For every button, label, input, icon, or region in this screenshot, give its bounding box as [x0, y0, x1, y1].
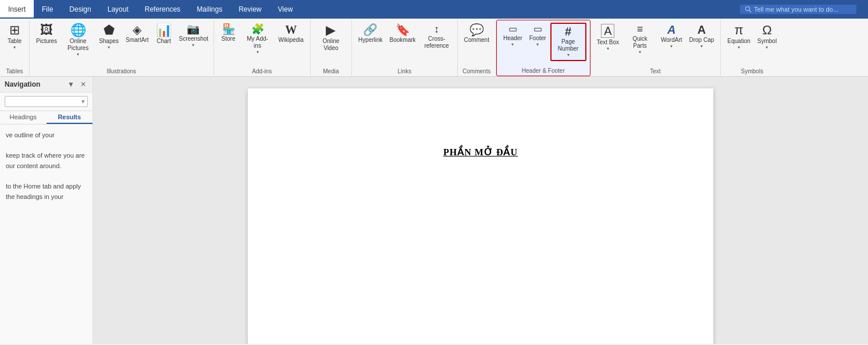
page-number-label: Page Number [554, 38, 582, 52]
my-addins-label: My Add-ins [244, 35, 272, 49]
tab-design[interactable]: Design [61, 0, 99, 19]
online-pictures-label: Online Pictures [64, 38, 92, 52]
cross-reference-label: Cross-reference [423, 35, 451, 49]
sidebar-tab-results[interactable]: Results [47, 111, 93, 124]
chart-button[interactable]: 📊 Chart [153, 22, 175, 47]
symbol-icon: Ω [762, 24, 771, 37]
hyperlink-icon: 🔗 [363, 24, 378, 35]
symbol-label: Symbol [757, 38, 777, 45]
shapes-button[interactable]: ⬟ Shapes ▾ [96, 22, 122, 52]
footer-button[interactable]: ▭ Footer ▾ [527, 23, 549, 49]
tab-view[interactable]: View [270, 0, 301, 19]
search-bar: Tell me what you want to do... [740, 0, 856, 19]
text-group-label: Text [590, 68, 721, 74]
wikipedia-button[interactable]: W Wikipedia [276, 22, 307, 45]
smartart-label: SmartArt [126, 37, 148, 44]
header-button[interactable]: ▭ Header ▾ [500, 23, 525, 49]
sidebar-title: Navigation [5, 80, 66, 88]
quick-parts-dd: ▾ [639, 49, 641, 55]
equation-button[interactable]: π Equation ▾ [724, 22, 753, 52]
online-pictures-button[interactable]: 🌐 Online Pictures ▾ [61, 22, 95, 59]
sidebar-close-button[interactable]: ✕ [79, 80, 88, 88]
sidebar-controls: ▼ ✕ [66, 80, 88, 88]
online-video-button[interactable]: ▶ Online Video [314, 22, 348, 54]
tab-insert[interactable]: Insert [0, 0, 34, 19]
wordart-label: WordArt [661, 37, 682, 44]
tab-review[interactable]: Review [230, 0, 269, 19]
screenshot-button[interactable]: 📷 Screenshot ▾ [176, 22, 210, 50]
sidebar-search: ▾ [0, 93, 93, 111]
page-number-button[interactable]: # Page Number ▾ [550, 23, 586, 61]
hyperlink-button[interactable]: 🔗 Hyperlink [355, 22, 386, 45]
document-page: PHẦN MỞ ĐẦU [248, 88, 713, 344]
store-label: Store [222, 35, 236, 42]
tab-references[interactable]: References [137, 0, 188, 19]
bookmark-button[interactable]: 🔖 Bookmark [387, 22, 419, 45]
store-button[interactable]: 🏪 Store [218, 22, 240, 44]
my-addins-button[interactable]: 🧩 My Add-ins ▾ [241, 22, 275, 57]
header-footer-group-label: Header & Footer [497, 67, 590, 74]
sidebar-content: ve outline of your keep track of where y… [0, 125, 93, 344]
online-pictures-icon: 🌐 [70, 24, 86, 37]
cross-reference-button[interactable]: ↕ Cross-reference [420, 22, 454, 51]
comments-group-label: Comments [458, 68, 496, 74]
footer-dd: ▾ [536, 42, 539, 48]
bookmark-icon: 🔖 [396, 24, 410, 35]
quick-parts-icon: ≡ [637, 24, 643, 34]
sidebar-search-icon[interactable]: ▾ [81, 98, 85, 105]
symbol-button[interactable]: Ω Symbol ▾ [755, 22, 780, 52]
pictures-button[interactable]: 🖼 Pictures [33, 22, 60, 47]
footer-label: Footer [529, 35, 546, 42]
text-box-button[interactable]: A Text Box ▾ [594, 22, 622, 54]
ribbon-group-addins: 🏪 Store 🧩 My Add-ins ▾ W Wikipedia Add-i… [214, 20, 311, 76]
online-video-label: Online Video [317, 38, 345, 52]
text-box-dd: ▾ [607, 46, 609, 52]
table-button[interactable]: ⊞ Table ▾ [3, 22, 26, 52]
tab-layout[interactable]: Layout [99, 0, 137, 19]
sidebar-search-input[interactable] [8, 98, 81, 105]
ribbon-group-comments: 💬 Comment Comments [458, 20, 496, 76]
dropcap-button[interactable]: A Drop Cap ▾ [686, 22, 717, 51]
equation-label: Equation [727, 38, 750, 45]
search-input-wrap[interactable]: Tell me what you want to do... [740, 5, 856, 14]
sidebar-text-3: to the Home tab and apply the headings i… [6, 182, 87, 202]
page-number-icon: # [565, 26, 571, 37]
tab-file[interactable]: File [34, 0, 61, 19]
ribbon-group-illustrations: 🖼 Pictures 🌐 Online Pictures ▾ ⬟ Shapes … [30, 20, 214, 76]
screenshot-dd: ▾ [192, 42, 194, 48]
wikipedia-icon: W [285, 24, 297, 35]
ribbon: ⊞ Table ▾ Tables 🖼 Pictures 🌐 Online Pic… [0, 19, 868, 77]
search-placeholder: Tell me what you want to do... [754, 6, 838, 13]
shapes-icon: ⬟ [104, 24, 115, 37]
wordart-icon: A [667, 24, 675, 35]
tab-bar: Insert File Design Layout References Mai… [0, 0, 868, 19]
main-area: Navigation ▼ ✕ ▾ Headings Results ve out… [0, 77, 868, 344]
sidebar-search-box[interactable]: ▾ [5, 96, 88, 107]
page-number-dd: ▾ [567, 52, 570, 58]
wordart-button[interactable]: A WordArt ▾ [658, 22, 685, 51]
chart-label: Chart [156, 38, 170, 45]
equation-dd: ▾ [738, 45, 740, 51]
comment-button[interactable]: 💬 Comment [461, 22, 492, 45]
quick-parts-button[interactable]: ≡ Quick Parts ▾ [623, 22, 657, 57]
ribbon-group-text: A Text Box ▾ ≡ Quick Parts ▾ A WordArt ▾… [590, 20, 721, 76]
sidebar-tab-headings[interactable]: Headings [0, 111, 47, 124]
chart-icon: 📊 [156, 24, 172, 37]
online-video-icon: ▶ [326, 24, 336, 37]
sidebar-text-2: keep track of where you are our content … [6, 151, 87, 171]
symbols-group-label: Symbols [721, 68, 783, 74]
pictures-icon: 🖼 [40, 24, 53, 37]
my-addins-dd: ▾ [257, 49, 259, 55]
sidebar-minimize-button[interactable]: ▼ [66, 80, 76, 88]
pictures-label: Pictures [36, 38, 57, 45]
symbol-dd: ▾ [766, 45, 768, 51]
ribbon-group-links: 🔗 Hyperlink 🔖 Bookmark ↕ Cross-reference… [352, 20, 458, 76]
svg-point-0 [746, 7, 750, 11]
comment-icon: 💬 [469, 24, 484, 35]
smartart-icon: ◈ [133, 24, 141, 35]
header-label: Header [503, 35, 522, 42]
ribbon-group-symbols: π Equation ▾ Ω Symbol ▾ Symbols [721, 20, 783, 76]
tab-mailings[interactable]: Mailings [188, 0, 230, 19]
smartart-button[interactable]: ◈ SmartArt [123, 22, 151, 45]
illustrations-group-label: Illustrations [30, 68, 214, 74]
